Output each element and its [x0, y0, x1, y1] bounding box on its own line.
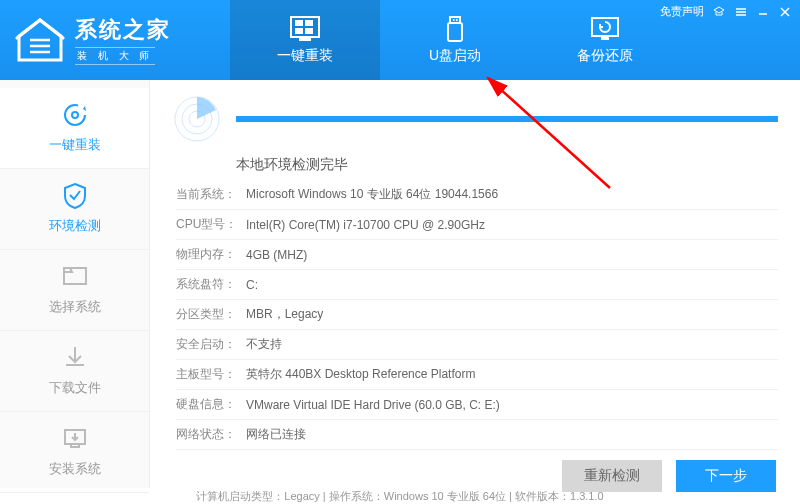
sidebar-label: 安装系统 — [49, 460, 101, 478]
logo-subtitle: 装 机 大 师 — [75, 47, 155, 65]
tab-label: 备份还原 — [577, 47, 633, 65]
sidebar-label: 选择系统 — [49, 298, 101, 316]
disclaimer-link[interactable]: 免责声明 — [660, 4, 704, 19]
sidebar: 一键重装 环境检测 选择系统 下载文件 安装系统 — [0, 80, 150, 488]
logo-title: 系统之家 — [75, 15, 171, 45]
window-controls: 免责声明 — [660, 4, 792, 19]
header: 系统之家 装 机 大 师 一键重装 U盘启动 备份还原 免责声明 — [0, 0, 800, 80]
svg-point-12 — [65, 105, 85, 125]
sidebar-item-download[interactable]: 下载文件 — [0, 331, 149, 412]
info-list: 当前系统：Microsoft Windows 10 专业版 64位 19044.… — [176, 180, 778, 450]
select-icon — [60, 262, 90, 292]
info-row-motherboard: 主板型号：英特尔 440BX Desktop Reference Platfor… — [176, 360, 778, 390]
menu-icon[interactable] — [734, 5, 748, 19]
info-row-network: 网络状态：网络已连接 — [176, 420, 778, 450]
download-icon — [60, 343, 90, 373]
tab-backup-restore[interactable]: 备份还原 — [530, 0, 680, 80]
svg-rect-7 — [448, 23, 462, 41]
svg-rect-10 — [592, 18, 618, 36]
svg-point-13 — [72, 112, 78, 118]
install-icon — [60, 424, 90, 454]
shield-check-icon — [60, 181, 90, 211]
backup-icon — [589, 15, 621, 43]
svg-rect-11 — [601, 36, 609, 40]
close-icon[interactable] — [778, 5, 792, 19]
sidebar-label: 下载文件 — [49, 379, 101, 397]
house-logo-icon — [15, 18, 65, 63]
sidebar-item-select-system[interactable]: 选择系统 — [0, 250, 149, 331]
radar-icon — [172, 94, 222, 144]
graduation-icon[interactable] — [712, 5, 726, 19]
progress-bar — [236, 116, 778, 122]
sidebar-label: 环境检测 — [49, 217, 101, 235]
windows-icon — [289, 15, 321, 43]
svg-rect-16 — [71, 444, 79, 447]
tab-usb-boot[interactable]: U盘启动 — [380, 0, 530, 80]
tab-label: 一键重装 — [277, 47, 333, 65]
info-row-disk: 硬盘信息：VMware Virtual IDE Hard Drive (60.0… — [176, 390, 778, 420]
info-row-os: 当前系统：Microsoft Windows 10 专业版 64位 19044.… — [176, 180, 778, 210]
retest-button[interactable]: 重新检测 — [562, 460, 662, 492]
logo-area: 系统之家 装 机 大 师 — [0, 15, 230, 65]
info-row-drive: 系统盘符：C: — [176, 270, 778, 300]
info-row-cpu: CPU型号：Intel(R) Core(TM) i7-10700 CPU @ 2… — [176, 210, 778, 240]
svg-rect-9 — [456, 19, 458, 21]
tab-reinstall[interactable]: 一键重装 — [230, 0, 380, 80]
info-row-secureboot: 安全启动：不支持 — [176, 330, 778, 360]
info-row-memory: 物理内存：4GB (MHZ) — [176, 240, 778, 270]
tab-label: U盘启动 — [429, 47, 481, 65]
minimize-icon[interactable] — [756, 5, 770, 19]
usb-icon — [439, 15, 471, 43]
sidebar-label: 一键重装 — [49, 136, 101, 154]
svg-rect-8 — [453, 19, 455, 21]
svg-rect-4 — [305, 28, 313, 34]
sidebar-item-env-check[interactable]: 环境检测 — [0, 169, 149, 250]
content-area: 本地环境检测完毕 当前系统：Microsoft Windows 10 专业版 6… — [150, 80, 800, 488]
info-row-partition: 分区类型：MBR，Legacy — [176, 300, 778, 330]
reinstall-icon — [60, 100, 90, 130]
nav-tabs: 一键重装 U盘启动 备份还原 — [230, 0, 680, 80]
svg-rect-5 — [299, 37, 311, 41]
svg-rect-2 — [305, 20, 313, 26]
next-button[interactable]: 下一步 — [676, 460, 776, 492]
svg-rect-3 — [295, 28, 303, 34]
svg-rect-1 — [295, 20, 303, 26]
status-text: 本地环境检测完毕 — [236, 156, 778, 174]
sidebar-item-reinstall[interactable]: 一键重装 — [0, 88, 149, 169]
svg-rect-14 — [64, 268, 86, 284]
sidebar-item-install[interactable]: 安装系统 — [0, 412, 149, 493]
